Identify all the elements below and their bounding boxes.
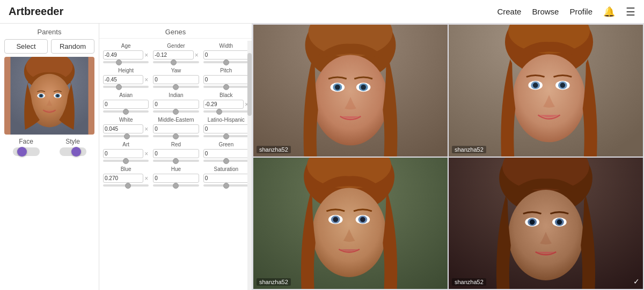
gene-label-13: Red — [171, 142, 181, 148]
gene-input-5[interactable] — [203, 75, 249, 84]
tab-row: Face Style — [4, 138, 94, 156]
gene-input-13[interactable] — [153, 149, 199, 158]
gene-slider-4[interactable] — [153, 86, 199, 88]
svg-point-39 — [360, 217, 365, 222]
gene-label-12: Art — [122, 142, 129, 148]
parent-image[interactable] — [4, 57, 94, 135]
gene-clear-12[interactable]: × — [144, 150, 149, 158]
gene-label-6: Asian — [119, 92, 133, 99]
gene-input-9[interactable] — [103, 124, 143, 133]
username-0: shanzha52 — [257, 146, 291, 153]
gene-thumb-1 — [171, 60, 177, 65]
gene-input-0[interactable] — [103, 50, 143, 60]
gene-input-12[interactable] — [103, 149, 143, 158]
gene-slider-17[interactable] — [203, 184, 249, 187]
image-cell-2[interactable]: shanzha52 — [253, 158, 448, 289]
gene-input-14[interactable] — [203, 149, 249, 158]
gene-slider-0[interactable] — [103, 61, 149, 63]
gene-input-6[interactable] — [103, 100, 149, 109]
gene-slider-11[interactable] — [203, 135, 249, 137]
app-header: Artbreeder Create Browse Profile 🔔 ☰ — [0, 0, 644, 24]
gene-label-3: Height — [118, 68, 134, 74]
gene-input-1[interactable] — [153, 50, 193, 60]
scroll-thumb — [247, 53, 252, 115]
main-content: Parents Select Random — [0, 24, 644, 290]
select-button[interactable]: Select — [4, 39, 48, 54]
face-tab-label: Face — [19, 138, 33, 145]
gene-label-0: Age — [121, 43, 131, 49]
gene-cell-8: Black× — [202, 90, 251, 114]
gene-slider-9[interactable] — [103, 135, 149, 137]
gene-label-15: Blue — [121, 166, 131, 173]
gene-slider-16[interactable] — [153, 184, 199, 187]
gene-input-15[interactable] — [103, 174, 143, 183]
gene-cell-9: White× — [101, 115, 150, 138]
gene-slider-13[interactable] — [153, 160, 199, 162]
gene-slider-15[interactable] — [103, 184, 149, 187]
gene-thumb-14 — [223, 158, 229, 164]
username-1: shanzha52 — [452, 146, 486, 153]
gene-slider-12[interactable] — [103, 160, 149, 162]
portrait-3 — [449, 158, 643, 289]
style-tab-label: Style — [65, 138, 80, 145]
gene-slider-7[interactable] — [153, 110, 199, 113]
style-slider-track[interactable] — [60, 147, 86, 156]
image-cell-1[interactable]: shanzha52 — [449, 25, 643, 157]
gene-label-5: Pitch — [220, 68, 232, 74]
gene-label-16: Hue — [171, 166, 181, 173]
gene-clear-9[interactable]: × — [144, 125, 149, 133]
gene-slider-6[interactable] — [103, 110, 149, 113]
gene-slider-3[interactable] — [103, 86, 149, 88]
face-tab[interactable]: Face — [4, 138, 48, 156]
svg-point-6 — [40, 94, 42, 97]
parents-title: Parents — [4, 28, 94, 36]
gene-thumb-12 — [123, 158, 129, 164]
genes-panel: Genes Age×Gender×WidthHeight×YawPitchAsi… — [99, 24, 252, 290]
username-3: shanzha52 — [452, 278, 486, 286]
image-cell-0[interactable]: shanzha52 — [253, 25, 448, 157]
gene-slider-5[interactable] — [203, 86, 249, 88]
gene-input-4[interactable] — [153, 75, 199, 84]
image-cell-3[interactable]: shanzha52 ✓ — [449, 158, 643, 289]
gene-clear-0[interactable]: × — [144, 51, 149, 59]
menu-icon[interactable]: ☰ — [626, 5, 635, 18]
nav-browse[interactable]: Browse — [532, 7, 559, 16]
bell-icon[interactable]: 🔔 — [603, 6, 615, 18]
scroll-track[interactable] — [247, 41, 252, 290]
gene-label-11: Latino-Hispanic — [208, 117, 245, 123]
gene-input-11[interactable] — [203, 124, 249, 133]
gene-slider-10[interactable] — [153, 135, 199, 137]
gene-cell-6: Asian — [101, 90, 150, 114]
genes-title: Genes — [99, 24, 252, 39]
gene-label-4: Yaw — [171, 68, 181, 74]
genes-scroll-area[interactable]: Age×Gender×WidthHeight×YawPitchAsianIndi… — [99, 39, 252, 290]
gene-input-10[interactable] — [153, 124, 199, 133]
gene-cell-15: Blue× — [101, 164, 150, 188]
gene-input-16[interactable] — [153, 174, 199, 183]
gene-slider-1[interactable] — [153, 61, 199, 63]
nav-create[interactable]: Create — [497, 7, 521, 16]
gene-thumb-5 — [223, 84, 229, 90]
gene-input-2[interactable] — [203, 50, 249, 60]
gene-cell-4: Yaw — [151, 65, 200, 89]
gene-input-8[interactable] — [203, 100, 244, 109]
style-tab[interactable]: Style — [51, 138, 94, 156]
gene-input-17[interactable] — [203, 174, 249, 183]
random-button[interactable]: Random — [51, 39, 94, 54]
gene-cell-7: Indian — [151, 90, 200, 114]
gene-clear-15[interactable]: × — [144, 175, 149, 182]
gene-input-3[interactable] — [103, 75, 143, 84]
gene-label-8: Black — [219, 92, 232, 99]
gene-input-7[interactable] — [153, 100, 199, 109]
gene-slider-14[interactable] — [203, 160, 249, 162]
gene-slider-2[interactable] — [203, 61, 249, 63]
gene-label-14: Green — [218, 142, 233, 148]
gene-clear-3[interactable]: × — [144, 76, 149, 84]
gene-thumb-9 — [124, 133, 130, 139]
face-slider-track[interactable] — [13, 147, 40, 156]
svg-point-9 — [56, 94, 59, 97]
nav-profile[interactable]: Profile — [569, 7, 592, 16]
parents-buttons: Select Random — [4, 39, 94, 54]
gene-clear-1[interactable]: × — [194, 51, 199, 59]
gene-slider-8[interactable] — [203, 110, 249, 113]
